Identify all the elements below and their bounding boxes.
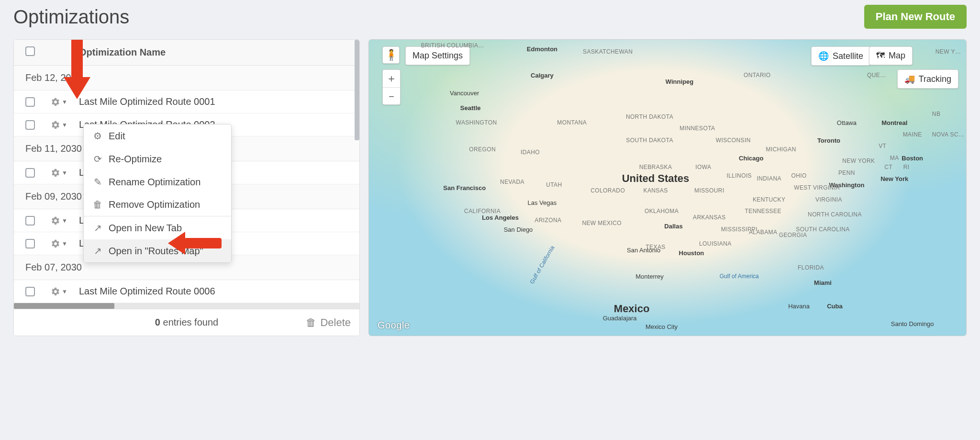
page-title: Optimizations [13, 6, 129, 28]
row-checkbox[interactable] [25, 216, 35, 226]
vertical-scrollbar[interactable] [355, 40, 359, 140]
menu-remove[interactable]: 🗑 Remove Optimization [84, 193, 231, 216]
svg-marker-3 [168, 232, 185, 255]
svg-marker-1 [64, 77, 90, 99]
optimization-name: Last Mile Optimized Route 0001 [79, 96, 348, 107]
satellite-toggle[interactable]: 🌐Satellite [811, 46, 870, 66]
entries-count: 0 entries found [155, 317, 218, 328]
optimizations-list-panel: Optimization Name Feb 12, 2030 ▼ Last Mi… [13, 39, 360, 336]
row-checkbox[interactable] [25, 120, 35, 130]
svg-rect-0 [71, 40, 83, 78]
row-actions-trigger[interactable]: ▼ [50, 238, 79, 249]
optimization-row[interactable]: ▼ Last Mile Optimized Route 0006 [14, 280, 359, 303]
annotation-arrow-left [168, 232, 222, 255]
menu-label: Re-Optimize [109, 154, 162, 165]
gear-icon [50, 168, 61, 178]
list-footer: 0 entries found 🗑 Delete [14, 309, 359, 336]
gear-icon [50, 215, 61, 226]
pegman-icon: 🧍 [385, 49, 398, 61]
gear-icon [50, 286, 61, 297]
caret-down-icon: ▼ [62, 217, 67, 224]
delete-button[interactable]: 🗑 Delete [306, 316, 351, 329]
caret-down-icon: ▼ [62, 288, 67, 295]
menu-rename[interactable]: ✎ Rename Optimization [84, 170, 231, 193]
caret-down-icon: ▼ [62, 240, 67, 247]
zoom-out-button[interactable]: － [383, 87, 400, 104]
row-actions-trigger[interactable]: ▼ [50, 215, 79, 226]
optimization-name: Last Mile Optimized Route 0006 [79, 286, 348, 297]
menu-reoptimize[interactable]: ⟳ Re-Optimize [84, 147, 231, 170]
pencil-icon: ✎ [92, 176, 103, 188]
row-checkbox[interactable] [25, 168, 35, 178]
caret-down-icon: ▼ [62, 169, 67, 176]
external-link-icon: ↗ [92, 222, 103, 234]
menu-edit[interactable]: ⚙ Edit [84, 124, 231, 147]
row-actions-trigger[interactable]: ▼ [50, 168, 79, 178]
gear-icon [50, 120, 61, 130]
map-settings-button[interactable]: Map Settings [405, 46, 470, 65]
map-panel[interactable]: 🧍 Map Settings ＋ － 🌐Satellite 🗺Map 🚚Trac… [368, 39, 967, 336]
globe-icon: 🌐 [818, 51, 829, 61]
map-canvas[interactable] [369, 40, 966, 336]
row-checkbox[interactable] [25, 97, 35, 107]
zoom-control: ＋ － [382, 69, 401, 105]
row-actions-trigger[interactable]: ▼ [50, 120, 79, 130]
row-checkbox[interactable] [25, 239, 35, 248]
menu-label: Remove Optimization [109, 199, 200, 210]
map-icon: 🗺 [876, 51, 885, 61]
pegman-button[interactable]: 🧍 [382, 46, 400, 64]
external-link-icon: ↗ [92, 245, 103, 257]
map-toggle[interactable]: 🗺Map [869, 46, 913, 65]
menu-label: Rename Optimization [109, 177, 200, 188]
delete-label: Delete [320, 316, 351, 329]
trash-icon: 🗑 [92, 199, 103, 210]
row-actions-trigger[interactable]: ▼ [50, 286, 79, 297]
column-header-name[interactable]: Optimization Name [79, 47, 348, 58]
row-checkbox[interactable] [25, 287, 35, 296]
caret-down-icon: ▼ [62, 122, 67, 128]
gear-icon: ⚙ [92, 130, 103, 142]
horizontal-scrollbar[interactable] [14, 303, 359, 309]
plan-new-route-button[interactable]: Plan New Route [864, 5, 967, 29]
tracking-button[interactable]: 🚚Tracking [897, 69, 958, 89]
menu-label: Edit [109, 131, 125, 142]
select-all-checkbox[interactable] [25, 46, 35, 56]
map-attribution: Google [378, 320, 410, 331]
zoom-in-button[interactable]: ＋ [383, 70, 400, 87]
gear-icon [50, 97, 61, 107]
gear-icon [50, 238, 61, 249]
svg-rect-2 [184, 238, 222, 248]
trash-icon: 🗑 [306, 316, 316, 329]
refresh-icon: ⟳ [92, 153, 103, 165]
truck-icon: 🚚 [904, 74, 915, 84]
caret-down-icon: ▼ [62, 99, 67, 105]
annotation-arrow-down [64, 40, 90, 99]
